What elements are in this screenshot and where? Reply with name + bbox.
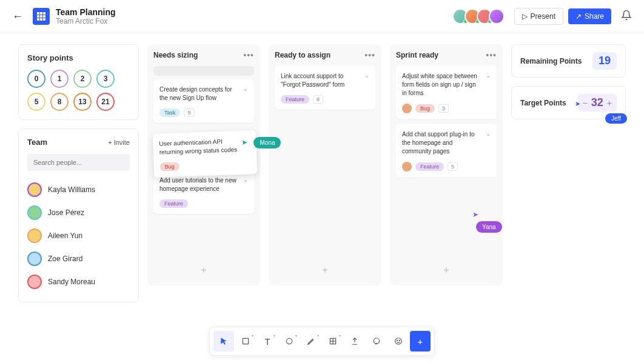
svg-rect-5 xyxy=(43,15,45,18)
remaining-value: 19 xyxy=(592,52,617,70)
member-name: Aileen Yun xyxy=(48,231,82,240)
task-tag: Feature xyxy=(281,95,309,104)
task-card[interactable]: ⌄Add chat support plug-in to the homepag… xyxy=(396,124,497,178)
more-icon[interactable]: ••• xyxy=(243,50,254,60)
task-card[interactable]: ⌄Adjust white space between form fields … xyxy=(396,66,497,119)
bell-icon[interactable] xyxy=(621,10,632,24)
story-point-chip[interactable]: 5 xyxy=(27,93,45,111)
chevron-down-icon[interactable]: ⌄ xyxy=(243,176,248,183)
tool-stamp[interactable] xyxy=(388,331,409,351)
task-description: Add chat support plug-in to the homepage… xyxy=(402,130,491,156)
svg-rect-0 xyxy=(37,12,39,15)
remote-cursor-yana: ➤ Yana xyxy=(472,210,502,233)
task-description: Link account support to "Forgot Password… xyxy=(281,72,369,89)
task-points: 5 xyxy=(448,162,458,171)
decrement-button[interactable]: − xyxy=(583,98,588,108)
team-member[interactable]: Zoe Girard xyxy=(27,247,130,270)
story-point-chip[interactable]: 0 xyxy=(27,70,45,88)
story-point-chip[interactable]: 3 xyxy=(96,70,115,88)
cursor-label: Mona xyxy=(253,137,281,148)
presence-avatars[interactable] xyxy=(456,8,505,24)
task-points: 5 xyxy=(184,108,194,117)
avatar xyxy=(27,228,42,243)
story-point-chip[interactable]: 8 xyxy=(50,93,69,111)
present-button[interactable]: ▷ Present xyxy=(514,8,563,25)
story-point-chip[interactable]: 1 xyxy=(50,70,69,88)
story-points-card: Story points 0123581321 xyxy=(18,44,139,120)
avatar xyxy=(27,275,42,289)
cursor-icon: ➤ xyxy=(575,100,580,108)
task-description: Create design concepts for the new Sign … xyxy=(159,85,248,102)
add-task-button[interactable]: + xyxy=(396,261,497,279)
more-icon[interactable]: ••• xyxy=(486,50,497,60)
add-task-button[interactable]: + xyxy=(275,261,375,279)
task-points: 8 xyxy=(313,95,323,104)
column-title: Sprint ready xyxy=(396,51,438,59)
app-icon[interactable] xyxy=(33,8,50,25)
team-member[interactable]: Jose Pérez xyxy=(27,201,130,224)
more-icon[interactable]: ••• xyxy=(364,50,375,60)
play-icon: ▷ xyxy=(522,12,528,21)
page-title: Team Planning xyxy=(56,7,116,17)
cursor-icon: ➤ xyxy=(241,138,247,147)
chevron-down-icon[interactable]: ⌄ xyxy=(243,85,248,92)
team-member[interactable]: Sandy Moreau xyxy=(27,270,130,293)
assignee-avatar xyxy=(402,104,412,113)
tool-sticky[interactable]: ▾ xyxy=(235,331,256,351)
invite-button[interactable]: + Invite xyxy=(108,139,130,146)
svg-rect-8 xyxy=(43,18,45,21)
team-title: Team xyxy=(27,138,47,147)
header: ← Team Planning Team Arctic Fox ▷ Presen… xyxy=(0,0,644,33)
task-card[interactable]: ⌄Create design concepts for the new Sign… xyxy=(153,79,254,123)
svg-point-14 xyxy=(374,338,379,344)
tool-pen[interactable]: ▾ xyxy=(301,331,321,351)
search-input[interactable] xyxy=(27,154,130,171)
kanban-column: Sprint ready•••⌄Adjust white space betwe… xyxy=(390,44,503,285)
tool-pointer[interactable] xyxy=(213,331,234,351)
svg-point-10 xyxy=(286,338,292,344)
task-tag: Bug xyxy=(159,162,179,171)
story-point-chip[interactable]: 2 xyxy=(73,70,92,88)
story-point-chip[interactable]: 21 xyxy=(96,93,115,111)
share-button[interactable]: ↗ Share xyxy=(568,8,611,24)
cursor-label: Yana xyxy=(476,221,502,233)
chevron-down-icon[interactable]: ⌄ xyxy=(486,72,491,79)
task-card[interactable]: ⌄Link account support to "Forgot Passwor… xyxy=(275,66,375,110)
drop-placeholder xyxy=(153,66,254,76)
column-title: Ready to assign xyxy=(275,51,330,59)
chevron-down-icon[interactable]: ⌄ xyxy=(364,72,369,79)
tool-add[interactable]: + xyxy=(410,331,431,351)
team-member[interactable]: Aileen Yun xyxy=(27,224,130,247)
svg-rect-7 xyxy=(40,18,42,21)
increment-button[interactable]: + xyxy=(607,98,612,108)
remote-cursor-mona: ➤ Mona xyxy=(241,136,281,147)
svg-rect-1 xyxy=(40,12,42,15)
member-name: Kayla Williams xyxy=(48,185,95,194)
svg-rect-2 xyxy=(43,12,45,15)
member-name: Zoe Girard xyxy=(48,255,82,263)
tool-text[interactable]: T▾ xyxy=(257,331,278,351)
task-tag: Bug xyxy=(415,104,435,113)
tool-comment[interactable] xyxy=(366,331,387,351)
task-description: Add user tutorials to the new homepage e… xyxy=(159,176,248,193)
tool-upload[interactable] xyxy=(344,331,365,351)
task-description: Adjust white space between form fields o… xyxy=(402,72,491,98)
target-label: Target Points xyxy=(520,99,566,107)
add-task-button[interactable]: + xyxy=(153,261,254,279)
story-point-chip[interactable]: 13 xyxy=(73,93,92,111)
cursor-icon: ➤ xyxy=(472,210,502,219)
cursor-label: Jeff xyxy=(605,113,627,124)
page-subtitle: Team Arctic Fox xyxy=(56,17,116,25)
share-label: Share xyxy=(585,12,604,21)
back-arrow-icon[interactable]: ← xyxy=(12,10,23,23)
avatar[interactable] xyxy=(489,8,505,24)
column-title: Needs sizing xyxy=(153,51,198,59)
tool-grid[interactable]: ▾ xyxy=(323,331,343,351)
task-points: 3 xyxy=(438,104,449,113)
team-member[interactable]: Kayla Williams xyxy=(27,178,130,201)
kanban-column: Ready to assign•••⌄Link account support … xyxy=(269,44,381,285)
member-name: Jose Pérez xyxy=(48,208,84,217)
tool-shape[interactable]: ▾ xyxy=(279,331,300,351)
svg-point-17 xyxy=(399,340,400,341)
chevron-down-icon[interactable]: ⌄ xyxy=(486,130,491,137)
